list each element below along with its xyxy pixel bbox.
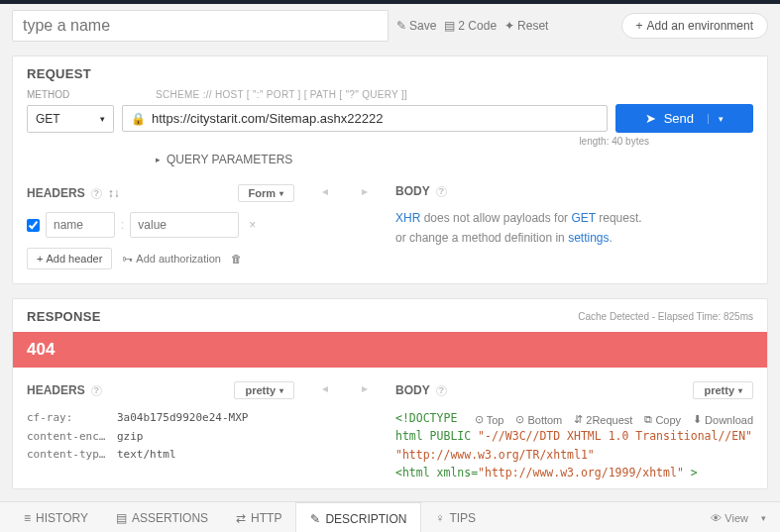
query-params-toggle[interactable]: ▸ QUERY PARAMETERS [156, 153, 753, 166]
top-toolbar: ✎ Save ▤ 2 Code ✦ Reset + Add an environ… [0, 4, 780, 48]
url-input-container[interactable]: 🔒 [122, 105, 608, 132]
tab-tips[interactable]: ♀TIPS [421, 502, 490, 532]
collapse-left-icon[interactable]: ◂ [316, 381, 334, 395]
collapse-left-icon[interactable]: ◂ [316, 184, 334, 198]
headers-title: HEADERS [27, 186, 85, 200]
lock-icon: 🔒 [131, 112, 146, 126]
body-message: XHR does not allow payloads for GET requ… [395, 208, 753, 249]
colon-label: : [121, 218, 124, 232]
download-button[interactable]: ⬇Download [693, 413, 753, 426]
url-length-info: length: 40 bytes [27, 136, 753, 147]
bottom-label: Bottom [527, 414, 562, 426]
add-header-button[interactable]: + Add header [27, 248, 112, 269]
chevron-down-icon: ▾ [279, 386, 283, 395]
code-button[interactable]: ▤ 2 Code [444, 19, 497, 33]
tab-assertions[interactable]: ▤ASSERTIONS [102, 502, 222, 532]
response-status-bar: 404 [13, 332, 767, 368]
reset-icon: ✦ [504, 19, 514, 33]
top-label: Top [487, 414, 504, 426]
collapse-icon: ⇵ [574, 413, 583, 426]
headers-pretty-toggle[interactable]: pretty ▾ [234, 381, 294, 399]
save-button[interactable]: ✎ Save [396, 19, 436, 33]
request-name-input[interactable] [12, 10, 389, 42]
help-icon[interactable]: ? [91, 188, 102, 199]
tab-label: ASSERTIONS [132, 511, 208, 525]
response-header-row: content-enc…gzip [27, 428, 294, 447]
method-label: METHOD [27, 89, 148, 104]
download-icon: ⬇ [693, 413, 702, 426]
triangle-right-icon: ▸ [156, 155, 161, 164]
body-pretty-toggle[interactable]: pretty ▾ [693, 381, 753, 399]
plus-icon: + [636, 19, 643, 33]
help-icon[interactable]: ? [91, 385, 102, 396]
response-header-row: cf-ray:3a04b175d9920e24-MXP [27, 409, 294, 428]
circle-up-icon: ⊙ [475, 413, 484, 426]
tips-icon: ♀ [435, 511, 444, 525]
header-name-input[interactable] [46, 212, 115, 238]
description-icon: ✎ [310, 512, 320, 526]
response-meta: Cache Detected - Elapsed Time: 825ms [578, 311, 753, 322]
tab-http[interactable]: ⇄HTTP [222, 502, 295, 532]
save-label: Save [409, 19, 436, 33]
view-label: View [724, 512, 748, 524]
body-title: BODY [395, 184, 430, 198]
delete-all-headers-icon[interactable]: 🗑 [231, 253, 242, 265]
request-headers-section: HEADERS ? ↕↓ Form ▾ : × + Add header [27, 184, 294, 269]
download-label: Download [705, 414, 753, 426]
chevron-down-icon: ▾ [279, 189, 283, 198]
response-headers-list: cf-ray:3a04b175d9920e24-MXPcontent-enc…g… [27, 409, 294, 465]
assertions-icon: ▤ [116, 511, 127, 525]
response-body-title: BODY [395, 383, 430, 397]
header-enabled-checkbox[interactable] [27, 219, 40, 232]
req-label: 2Request [586, 414, 632, 426]
response-body-section: BODY ? pretty ▾ ⊙Top ⊙Bottom ⇵2Request ⧉… [395, 381, 753, 482]
reset-button[interactable]: ✦ Reset [504, 19, 548, 33]
scroll-bottom-button[interactable]: ⊙Bottom [515, 413, 562, 426]
remove-header-icon[interactable]: × [245, 218, 260, 232]
collapse-right-icon[interactable]: ▸ [356, 184, 374, 198]
code-label: 2 Code [458, 19, 497, 33]
copy-icon: ⧉ [644, 413, 652, 426]
body-msg-part: does not allow payloads for [420, 211, 571, 225]
tab-label: DESCRIPTION [325, 512, 406, 526]
help-icon[interactable]: ? [436, 186, 447, 197]
send-button[interactable]: ➤ Send ▾ [615, 104, 753, 133]
collapse-right-icon[interactable]: ▸ [356, 381, 374, 395]
copy-button[interactable]: ⧉Copy [644, 413, 681, 426]
header-key: content-typ… [27, 446, 111, 465]
to-request-button[interactable]: ⇵2Request [574, 413, 632, 426]
settings-link[interactable]: settings [568, 231, 609, 245]
eye-icon: 👁 [711, 512, 722, 524]
header-value: gzip [117, 428, 144, 447]
headers-form-toggle[interactable]: Form ▾ [238, 184, 295, 202]
response-headers-section: HEADERS ? pretty ▾ cf-ray:3a04b175d9920e… [27, 381, 294, 465]
header-value-input[interactable] [130, 212, 239, 238]
xhr-keyword: XHR [395, 211, 420, 225]
method-select[interactable]: GET ▾ [27, 105, 114, 133]
tab-label: HISTORY [36, 511, 88, 525]
url-row: GET ▾ 🔒 ➤ Send ▾ [27, 104, 753, 133]
request-title: REQUEST [27, 66, 753, 81]
scheme-hint: SCHEME :// HOST [ ":" PORT ] [ PATH [ "?… [156, 89, 407, 100]
send-label: Send [664, 111, 694, 126]
url-input[interactable] [152, 111, 599, 126]
tab-description[interactable]: ✎DESCRIPTION [295, 502, 421, 532]
header-value: 3a04b175d9920e24-MXP [117, 409, 248, 428]
body-msg-part: request. [596, 211, 642, 225]
save-icon: ✎ [396, 19, 406, 33]
help-icon[interactable]: ? [436, 385, 447, 396]
sort-icon[interactable]: ↕↓ [108, 186, 120, 200]
code-line: <html xmlns="http://www.w3.org/1999/xhtm… [395, 464, 753, 481]
query-params-label: QUERY PARAMETERS [167, 153, 292, 166]
add-environment-button[interactable]: + Add an environment [621, 13, 768, 39]
request-panel: REQUEST METHOD SCHEME :// HOST [ ":" POR… [12, 55, 768, 284]
tab-history[interactable]: ≡HISTORY [10, 502, 102, 532]
view-toggle[interactable]: 👁View▾ [711, 512, 770, 524]
tab-label: TIPS [449, 511, 476, 525]
scroll-top-button[interactable]: ⊙Top [475, 413, 504, 426]
response-title: RESPONSE [27, 309, 101, 324]
add-authorization-button[interactable]: 🗝 Add authorization [122, 253, 221, 265]
send-caret-icon[interactable]: ▾ [708, 114, 724, 124]
response-panel: RESPONSE Cache Detected - Elapsed Time: … [12, 298, 768, 489]
add-auth-label: Add authorization [136, 253, 221, 265]
